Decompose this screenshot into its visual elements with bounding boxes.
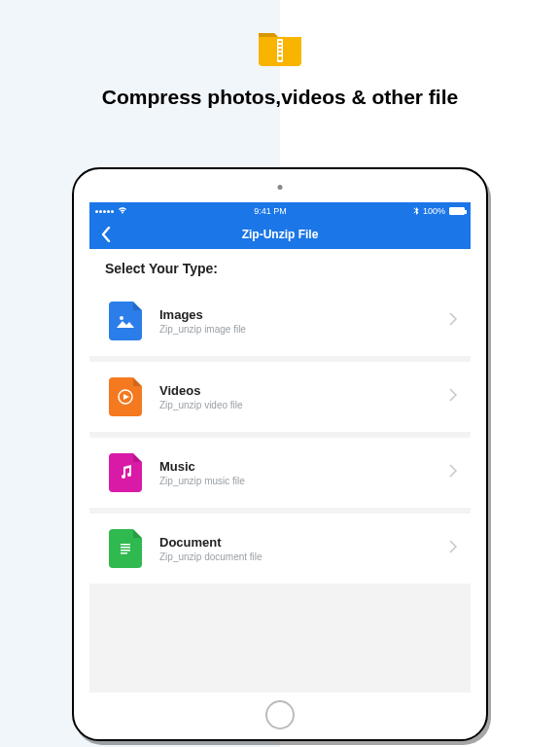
image-file-icon — [109, 302, 142, 340]
row-videos[interactable]: Videos Zip_unzip video file — [89, 362, 471, 432]
svg-rect-10 — [121, 547, 130, 549]
chevron-right-icon — [449, 540, 457, 557]
nav-title: Zip-Unzip File — [242, 228, 319, 241]
row-document[interactable]: Document Zip_unzip document file — [89, 514, 471, 584]
svg-point-7 — [120, 316, 123, 320]
row-subtitle: Zip_unzip image file — [159, 324, 432, 335]
svg-point-5 — [278, 56, 282, 60]
chevron-right-icon — [449, 312, 457, 330]
row-subtitle: Zip_unzip video file — [159, 400, 432, 410]
signal-icon — [95, 210, 114, 213]
status-bar: 9:41 PM 100% — [89, 202, 471, 220]
wifi-icon — [118, 206, 127, 216]
zip-folder-icon — [257, 27, 303, 70]
row-title: Document — [159, 535, 432, 550]
nav-bar: Zip-Unzip File — [89, 220, 471, 249]
device-camera — [278, 185, 283, 190]
battery-label: 100% — [423, 206, 445, 216]
row-title: Videos — [159, 383, 432, 398]
device-screen: 9:41 PM 100% Zip-Unzip File Select Your … — [89, 202, 471, 693]
row-music[interactable]: Music Zip_unzip music file — [89, 438, 471, 508]
row-title: Music — [159, 459, 432, 474]
svg-rect-12 — [121, 552, 127, 554]
row-images[interactable]: Images Zip_unzip image file — [89, 286, 471, 356]
svg-rect-4 — [279, 53, 282, 54]
chevron-right-icon — [449, 464, 457, 481]
back-button[interactable] — [97, 226, 115, 243]
status-time: 9:41 PM — [254, 206, 287, 216]
battery-icon — [449, 207, 465, 215]
row-subtitle: Zip_unzip document file — [159, 551, 432, 562]
row-subtitle: Zip_unzip music file — [159, 476, 432, 486]
chevron-right-icon — [449, 388, 457, 406]
svg-rect-9 — [121, 544, 130, 546]
section-header: Select Your Type: — [89, 249, 471, 286]
svg-rect-3 — [279, 49, 282, 51]
bluetooth-icon — [413, 206, 419, 217]
svg-rect-1 — [279, 41, 282, 43]
music-file-icon — [109, 453, 142, 492]
svg-rect-2 — [279, 45, 282, 47]
svg-rect-11 — [121, 550, 130, 551]
home-button[interactable] — [265, 700, 295, 729]
hero-title: Compress photos,videos & other file — [0, 86, 560, 109]
row-title: Images — [159, 307, 432, 322]
document-file-icon — [109, 529, 142, 568]
tablet-frame: 9:41 PM 100% Zip-Unzip File Select Your … — [72, 167, 488, 741]
video-file-icon — [109, 377, 142, 416]
